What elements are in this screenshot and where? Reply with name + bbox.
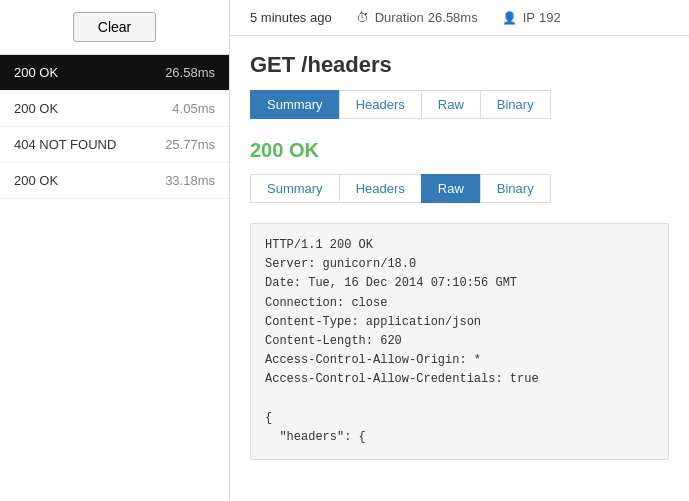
request-item[interactable]: 200 OK 4.05ms (0, 91, 229, 127)
tab-summary[interactable]: Summary (250, 90, 339, 119)
clock-icon (356, 10, 371, 25)
tab-raw[interactable]: Raw (421, 90, 480, 119)
response-tab-summary[interactable]: Summary (250, 174, 339, 203)
request-duration: 26.58ms (165, 65, 215, 80)
clear-button-row: Clear (0, 0, 229, 55)
request-status: 200 OK (14, 173, 58, 188)
tab-binary[interactable]: Binary (480, 90, 551, 119)
request-duration: 4.05ms (172, 101, 215, 116)
raw-content: HTTP/1.1 200 OK Server: gunicorn/18.0 Da… (250, 223, 669, 460)
response-tab-binary[interactable]: Binary (480, 174, 551, 203)
bottom-tab-bar: SummaryHeadersRawBinary (250, 174, 669, 203)
request-status: 200 OK (14, 65, 58, 80)
request-status: 200 OK (14, 101, 58, 116)
top-tab-bar: SummaryHeadersRawBinary (250, 90, 669, 119)
request-item[interactable]: 200 OK 26.58ms (0, 55, 229, 91)
content-area: GET /headers SummaryHeadersRawBinary 200… (230, 36, 689, 501)
clear-button[interactable]: Clear (73, 12, 156, 42)
person-icon (502, 10, 519, 25)
meta-bar: 5 minutes ago Duration 26.58ms IP 192 (230, 0, 689, 36)
duration-label-text: Duration (375, 10, 424, 25)
request-item[interactable]: 404 NOT FOUND 25.77ms (0, 127, 229, 163)
request-title: GET /headers (250, 52, 669, 78)
request-list: 200 OK 26.58ms 200 OK 4.05ms 404 NOT FOU… (0, 55, 229, 501)
response-tab-headers[interactable]: Headers (339, 174, 421, 203)
request-duration: 25.77ms (165, 137, 215, 152)
duration-info: Duration 26.58ms (356, 10, 478, 25)
ip-info: IP 192 (502, 10, 561, 25)
left-panel: Clear 200 OK 26.58ms 200 OK 4.05ms 404 N… (0, 0, 230, 501)
duration-value: 26.58ms (428, 10, 478, 25)
response-status: 200 OK (250, 139, 669, 162)
tab-headers[interactable]: Headers (339, 90, 421, 119)
ip-label-text: IP (523, 10, 535, 25)
request-status: 404 NOT FOUND (14, 137, 116, 152)
response-section: 200 OK SummaryHeadersRawBinary HTTP/1.1 … (250, 139, 669, 460)
ip-value: 192 (539, 10, 561, 25)
request-item[interactable]: 200 OK 33.18ms (0, 163, 229, 199)
right-panel: 5 minutes ago Duration 26.58ms IP 192 GE… (230, 0, 689, 501)
request-duration: 33.18ms (165, 173, 215, 188)
time-ago: 5 minutes ago (250, 10, 332, 25)
response-tab-raw[interactable]: Raw (421, 174, 480, 203)
